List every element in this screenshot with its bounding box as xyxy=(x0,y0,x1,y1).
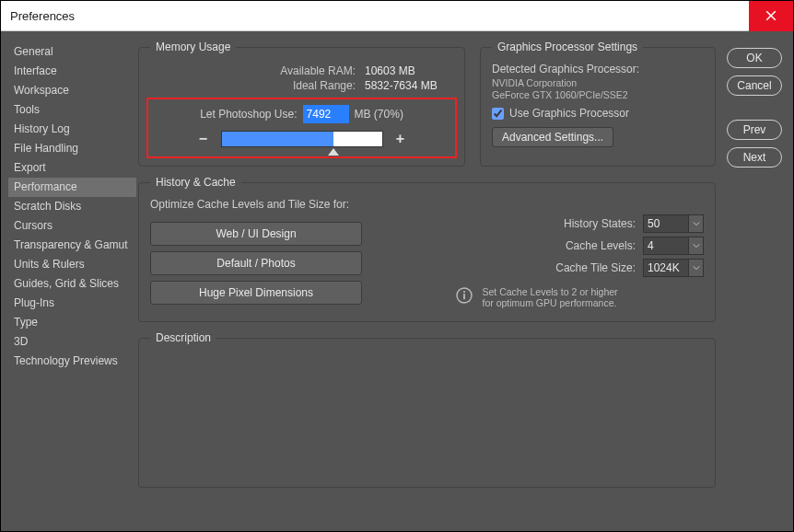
window-title: Preferences xyxy=(1,9,75,23)
memory-highlight-box: Let Photoshop Use: 7492 MB (70%) − xyxy=(146,98,457,158)
history-states-input[interactable] xyxy=(643,214,689,233)
sidebar-item-cursors[interactable]: Cursors xyxy=(8,216,136,236)
svg-point-1 xyxy=(462,291,464,293)
cache-tile-label: Cache Tile Size: xyxy=(555,261,636,274)
memory-amount-input[interactable]: 7492 xyxy=(303,105,349,123)
memory-usage-group: Memory Usage Available RAM: 10603 MB Ide… xyxy=(138,40,465,167)
gpu-device: GeForce GTX 1060/PCIe/SSE2 xyxy=(492,89,704,101)
history-states-label: History States: xyxy=(564,217,636,230)
sidebar-item-export[interactable]: Export xyxy=(8,158,136,178)
memory-slider-fill xyxy=(222,132,334,146)
optimize-label: Optimize Cache Levels and Tile Size for: xyxy=(150,198,362,211)
history-cache-group: History & Cache Optimize Cache Levels an… xyxy=(138,176,716,322)
titlebar: Preferences xyxy=(1,1,793,31)
next-button[interactable]: Next xyxy=(727,147,782,168)
svg-rect-2 xyxy=(463,294,465,299)
cache-levels-input[interactable] xyxy=(643,237,689,255)
info-icon xyxy=(455,286,473,306)
sidebar-item-transparency-gamut[interactable]: Transparency & Gamut xyxy=(8,236,136,255)
let-photoshop-use-label: Let Photoshop Use: xyxy=(200,108,297,121)
use-gpu-row[interactable]: Use Graphics Processor xyxy=(492,107,704,120)
cache-levels-dropdown[interactable] xyxy=(689,237,704,255)
sidebar-item-tools[interactable]: Tools xyxy=(8,100,136,120)
sidebar-item-technology-previews[interactable]: Technology Previews xyxy=(8,352,136,371)
sidebar-item-workspace[interactable]: Workspace xyxy=(8,81,136,100)
gpu-settings-legend: Graphics Processor Settings xyxy=(492,40,643,53)
sidebar-item-history-log[interactable]: History Log xyxy=(8,120,136,139)
description-group: Description xyxy=(138,331,716,488)
sidebar-item-guides-grid-slices[interactable]: Guides, Grid & Slices xyxy=(8,274,136,294)
history-cache-legend: History & Cache xyxy=(150,176,241,189)
sidebar-item-performance[interactable]: Performance xyxy=(8,178,136,197)
memory-suffix: MB (70%) xyxy=(355,108,403,121)
sidebar-item-plug-ins[interactable]: Plug-Ins xyxy=(8,294,136,313)
category-sidebar: GeneralInterfaceWorkspaceToolsHistory Lo… xyxy=(1,31,136,531)
window-close-button[interactable] xyxy=(749,1,793,31)
preset-default-button[interactable]: Default / Photos xyxy=(150,251,362,275)
memory-slider-thumb[interactable] xyxy=(328,148,339,156)
cache-tile-dropdown[interactable] xyxy=(689,259,704,277)
description-legend: Description xyxy=(150,331,216,344)
gpu-vendor: NVIDIA Corporation xyxy=(492,77,704,89)
chevron-down-icon xyxy=(693,264,700,272)
sidebar-item-units-rulers[interactable]: Units & Rulers xyxy=(8,255,136,274)
info-text: Set Cache Levels to 2 or higher for opti… xyxy=(483,286,630,308)
preset-huge-button[interactable]: Huge Pixel Dimensions xyxy=(150,281,362,305)
sidebar-item-3d[interactable]: 3D xyxy=(8,332,136,352)
sidebar-item-interface[interactable]: Interface xyxy=(8,62,136,81)
cancel-button[interactable]: Cancel xyxy=(727,75,782,96)
advanced-settings-button[interactable]: Advanced Settings... xyxy=(492,127,613,147)
sidebar-item-file-handling[interactable]: File Handling xyxy=(8,139,136,158)
memory-usage-legend: Memory Usage xyxy=(150,40,236,53)
chevron-down-icon xyxy=(693,220,700,227)
available-ram-value: 10603 MB xyxy=(365,64,453,77)
use-gpu-checkbox[interactable] xyxy=(492,108,504,120)
cache-tile-input[interactable] xyxy=(643,259,689,277)
sidebar-item-type[interactable]: Type xyxy=(8,313,136,332)
available-ram-label: Available RAM: xyxy=(280,64,356,77)
close-icon xyxy=(765,10,776,21)
sidebar-item-general[interactable]: General xyxy=(8,42,136,62)
memory-slider[interactable] xyxy=(221,131,383,147)
cache-levels-label: Cache Levels: xyxy=(566,239,636,252)
sidebar-item-scratch-disks[interactable]: Scratch Disks xyxy=(8,197,136,216)
memory-minus-button[interactable]: − xyxy=(197,133,210,145)
use-gpu-label: Use Graphics Processor xyxy=(509,107,629,120)
chevron-down-icon xyxy=(693,242,700,249)
gpu-settings-group: Graphics Processor Settings Detected Gra… xyxy=(480,40,716,167)
history-states-dropdown[interactable] xyxy=(689,214,704,233)
ideal-range-value: 5832-7634 MB xyxy=(365,79,453,92)
prev-button[interactable]: Prev xyxy=(727,120,782,140)
preferences-window: Preferences GeneralInterfaceWorkspaceToo… xyxy=(0,0,794,532)
memory-plus-button[interactable]: + xyxy=(394,133,407,145)
ok-button[interactable]: OK xyxy=(727,48,782,68)
preset-web-button[interactable]: Web / UI Design xyxy=(150,222,362,246)
detected-gpu-label: Detected Graphics Processor: xyxy=(492,63,704,75)
ideal-range-label: Ideal Range: xyxy=(293,79,356,92)
